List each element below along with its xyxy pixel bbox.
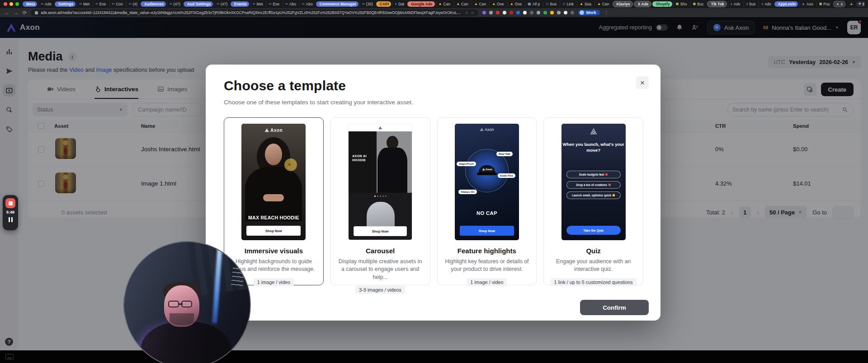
reload-icon[interactable]: ⟳ — [23, 10, 27, 15]
back-icon[interactable]: ← — [5, 10, 9, 15]
browser-tab[interactable]: Commerce Manager — [316, 1, 359, 7]
browser-tab[interactable]: ∞ (47) — [167, 1, 183, 7]
browser-menu-icon[interactable]: ⋮ — [604, 10, 609, 15]
extension-icon[interactable] — [503, 11, 506, 14]
tab-label: Google Ads — [411, 2, 432, 6]
tab-label: Can — [443, 2, 451, 6]
tab-favicon-icon: ● — [395, 2, 397, 6]
tab-label: Sho — [680, 2, 687, 6]
browser-tab[interactable]: ∞ Met — [250, 1, 265, 7]
browser-tab[interactable]: ♪ bus — [743, 1, 758, 7]
quiz-option-label: Drop a ton of creatives — [576, 183, 607, 186]
browser-tab[interactable]: Meta — [23, 1, 37, 7]
browser-tab[interactable]: ◼ Poc — [816, 1, 832, 7]
browser-tab[interactable]: ♪ Adv — [728, 1, 743, 7]
extension-icon[interactable] — [509, 11, 513, 14]
extension-icon[interactable] — [537, 11, 540, 14]
browser-tab[interactable]: ▲ Can — [472, 1, 489, 7]
browser-tab[interactable]: ◼ Sho — [673, 1, 689, 7]
template-card-carousel[interactable]: ⟁ AXON AI HOODIE Shop Now Carousel Displ… — [330, 117, 430, 285]
site-settings-icon[interactable] — [35, 11, 38, 14]
template-card-immersive-visuals[interactable]: ⟁ Axon MAX REACH HOODIE Shop Now Immersi… — [224, 117, 324, 285]
browser-tab[interactable]: ∞ Ads — [38, 1, 53, 7]
browser-tab[interactable]: CAPI — [376, 1, 391, 7]
window-controls[interactable] — [4, 2, 19, 6]
extension-icon[interactable] — [543, 11, 547, 14]
browser-tab[interactable]: G Bus — [543, 1, 559, 7]
browser-tab[interactable]: G Link — [560, 1, 576, 7]
screen-recorder-widget: 5:49 — [3, 195, 18, 230]
quiz-option-label: Launch small, optimize quick — [572, 194, 611, 197]
browser-tab[interactable]: ∞ Eve — [93, 1, 108, 7]
extension-icon[interactable] — [530, 11, 533, 14]
stop-recording-button[interactable] — [5, 198, 15, 208]
browser-tab[interactable]: ▲ Ove — [489, 1, 506, 7]
template-card-feature-highlights[interactable]: ⟁ Axon Real Talk Align-Proof ⟁ Axon Scal… — [437, 117, 537, 285]
extension-icon[interactable] — [557, 11, 561, 14]
extension-icon[interactable] — [523, 11, 527, 14]
extension-icon[interactable] — [496, 11, 500, 14]
carousel-dots — [349, 195, 412, 197]
extension-icon[interactable] — [516, 11, 520, 14]
browser-tab[interactable]: ▲ Can — [436, 1, 453, 7]
browser-tab[interactable]: Klaviyo — [613, 1, 633, 7]
browser-tab[interactable]: ∞ Abo — [299, 1, 315, 7]
browser-profile-chip[interactable]: Work — [578, 10, 599, 15]
browser-tab[interactable]: ◼ Buc — [690, 1, 706, 7]
browser-tab[interactable]: Aud Settings — [184, 1, 213, 7]
card-badge: 1 image / video — [254, 278, 294, 286]
template-card-quiz[interactable]: When you launch, what's your move? Scale… — [543, 117, 643, 285]
browser-tab[interactable]: ▲ Can — [453, 1, 471, 7]
browser-tab[interactable]: Google Ads — [407, 1, 434, 7]
close-window-icon[interactable] — [4, 2, 7, 6]
browser-tab[interactable]: AppLovin — [774, 1, 798, 7]
browser-tab[interactable]: ▦ All p — [525, 1, 542, 7]
browser-tab[interactable]: ▲ Sea — [577, 1, 594, 7]
browser-tab[interactable]: ∞ Eve — [266, 1, 282, 7]
minimize-window-icon[interactable] — [9, 2, 13, 6]
extension-icon[interactable] — [550, 11, 554, 14]
browser-tab[interactable]: ● Dat — [392, 1, 406, 7]
browser-tab[interactable]: X Ads — [634, 1, 651, 7]
preview-brand-logo — [561, 128, 626, 135]
browser-tab[interactable]: Audiences — [141, 1, 166, 7]
browser-tab[interactable]: + — [846, 1, 855, 7]
browser-tab[interactable]: ∞ Abo — [283, 1, 298, 7]
browser-tab[interactable]: ▲ Ove — [507, 1, 524, 7]
browser-tab[interactable]: ▲ Can — [594, 1, 612, 7]
tab-label: All p — [533, 2, 540, 6]
browser-tab[interactable]: Settings — [55, 1, 76, 7]
browser-tab[interactable]: ♪ Adv — [759, 1, 774, 7]
browser-tab[interactable]: Tik Tok — [707, 1, 727, 7]
captions-icon[interactable] — [5, 354, 14, 360]
choose-template-modal: Choose a template Choose one of these te… — [206, 65, 660, 321]
browser-tab[interactable]: ∞ Met — [76, 1, 92, 7]
browser-tab[interactable]: Events — [231, 1, 249, 7]
extension-icon[interactable] — [489, 11, 493, 14]
forward-icon[interactable]: → — [14, 10, 19, 15]
pause-recording-button[interactable] — [9, 217, 13, 222]
browser-tab[interactable]: ▲ x — [833, 1, 845, 7]
browser-tab[interactable]: ∞ (4) — [126, 1, 140, 7]
browser-tab[interactable]: ▲ Axo — [799, 1, 816, 7]
extension-icon[interactable] — [482, 11, 486, 14]
tab-label: Can — [461, 2, 468, 6]
feature-pill: Real Talk — [496, 152, 513, 156]
address-bar[interactable]: ads.axon.ai/media?accountId=1224194411&m… — [31, 9, 478, 16]
extension-icon[interactable] — [564, 11, 567, 14]
profile-avatar — [580, 10, 584, 15]
extension-icon[interactable] — [571, 11, 574, 14]
browser-tab[interactable]: ∞ (30) — [359, 1, 375, 7]
tab-label: Con — [116, 2, 123, 6]
search-in-page-icon[interactable]: ○ — [466, 10, 468, 15]
browser-tab[interactable]: ✦ Gemini — [856, 1, 864, 7]
confirm-button[interactable]: Confirm — [580, 300, 649, 315]
browser-tab[interactable]: Shopify — [652, 1, 672, 7]
browser-tab[interactable]: ∞ (47) — [214, 1, 230, 7]
bookmark-star-icon[interactable]: ☆ — [471, 10, 474, 15]
tab-label: Link — [566, 2, 574, 6]
close-icon[interactable]: ✕ — [636, 76, 649, 89]
maximize-window-icon[interactable] — [15, 2, 19, 6]
webcam-overlay[interactable] — [123, 241, 251, 363]
browser-tab[interactable]: ∞ Con — [109, 1, 125, 7]
